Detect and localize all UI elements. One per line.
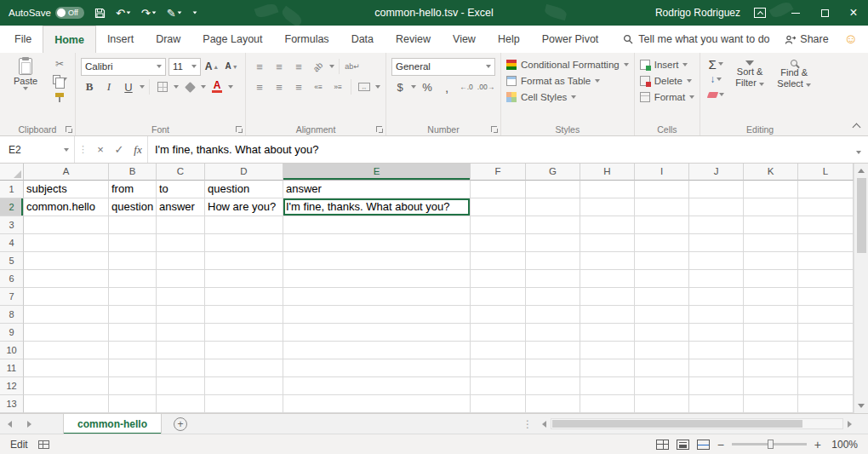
comma-style-button[interactable]: , xyxy=(438,78,455,95)
middle-align-button[interactable]: ≡ xyxy=(271,58,288,75)
font-name-combo[interactable]: Calibri xyxy=(81,58,166,76)
cell-F4[interactable] xyxy=(471,234,526,252)
cell-L3[interactable] xyxy=(798,216,854,234)
zoom-out-button[interactable]: − xyxy=(717,439,724,451)
top-align-button[interactable]: ≡ xyxy=(251,58,268,75)
cell-B9[interactable] xyxy=(109,324,157,342)
cell-L13[interactable] xyxy=(798,395,854,413)
cell-J2[interactable] xyxy=(689,198,744,216)
cell-C11[interactable] xyxy=(157,359,205,377)
ribbon-tab-draw[interactable]: Draw xyxy=(145,26,191,53)
cell-H10[interactable] xyxy=(580,342,635,359)
cell-I11[interactable] xyxy=(635,359,689,377)
copy-button[interactable] xyxy=(49,72,70,87)
cell-G8[interactable] xyxy=(526,306,580,324)
cell-F8[interactable] xyxy=(471,306,526,324)
cell-A10[interactable] xyxy=(24,342,109,359)
format-painter-button[interactable] xyxy=(49,87,70,102)
cell-I4[interactable] xyxy=(635,234,689,252)
cell-K1[interactable] xyxy=(744,181,798,198)
cell-G6[interactable] xyxy=(526,270,580,288)
ribbon-display-options-icon[interactable] xyxy=(754,8,766,18)
cell-E5[interactable] xyxy=(283,252,471,270)
cell-D6[interactable] xyxy=(205,270,283,288)
cell-K4[interactable] xyxy=(744,234,798,252)
bold-button[interactable]: B xyxy=(81,78,98,95)
cell-C7[interactable] xyxy=(157,288,205,306)
sheet-nav-right-button[interactable] xyxy=(20,421,39,428)
insert-function-button[interactable]: fx xyxy=(128,141,147,159)
hscroll-track[interactable] xyxy=(551,418,843,429)
cell-D4[interactable] xyxy=(205,234,283,252)
cell-E6[interactable] xyxy=(283,270,471,288)
row-header-10[interactable]: 10 xyxy=(0,342,24,359)
cell-K9[interactable] xyxy=(744,324,798,342)
row-header-6[interactable]: 6 xyxy=(0,270,24,288)
column-header-H[interactable]: H xyxy=(580,164,635,181)
increase-indent-button[interactable]: »≡ xyxy=(329,78,346,95)
cell-L10[interactable] xyxy=(798,342,854,359)
cell-A6[interactable] xyxy=(24,270,109,288)
row-header-1[interactable]: 1 xyxy=(0,181,24,198)
cell-C4[interactable] xyxy=(157,234,205,252)
bottom-align-button[interactable]: ≡ xyxy=(290,58,307,75)
cell-B10[interactable] xyxy=(109,342,157,359)
save-button[interactable] xyxy=(94,8,106,19)
scroll-up-icon[interactable] xyxy=(858,169,865,173)
format-as-table-button[interactable]: Format as Table xyxy=(506,72,629,89)
ribbon-tab-power-pivot[interactable]: Power Pivot xyxy=(531,26,610,53)
cell-G1[interactable] xyxy=(526,181,580,198)
cell-L7[interactable] xyxy=(798,288,854,306)
cell-K2[interactable] xyxy=(744,198,798,216)
cell-L12[interactable] xyxy=(798,377,854,395)
cell-H5[interactable] xyxy=(580,252,635,270)
cell-I9[interactable] xyxy=(635,324,689,342)
cell-L1[interactable] xyxy=(798,181,854,198)
cell-J11[interactable] xyxy=(689,359,744,377)
cell-F10[interactable] xyxy=(471,342,526,359)
cell-J3[interactable] xyxy=(689,216,744,234)
cell-K10[interactable] xyxy=(744,342,798,359)
cell-H12[interactable] xyxy=(580,377,635,395)
cell-F12[interactable] xyxy=(471,377,526,395)
cell-B7[interactable] xyxy=(109,288,157,306)
row-header-2[interactable]: 2 xyxy=(0,198,24,216)
cell-A11[interactable] xyxy=(24,359,109,377)
column-header-G[interactable]: G xyxy=(526,164,580,181)
cell-G10[interactable] xyxy=(526,342,580,359)
borders-button[interactable] xyxy=(154,78,171,95)
alignment-dialog-launcher[interactable] xyxy=(376,126,382,132)
cell-I5[interactable] xyxy=(635,252,689,270)
collapse-ribbon-button[interactable] xyxy=(853,124,861,132)
cell-A8[interactable] xyxy=(24,306,109,324)
cell-G9[interactable] xyxy=(526,324,580,342)
cell-I8[interactable] xyxy=(635,306,689,324)
ribbon-tab-formulas[interactable]: Formulas xyxy=(274,26,340,53)
cell-H7[interactable] xyxy=(580,288,635,306)
cell-B3[interactable] xyxy=(109,216,157,234)
ribbon-tab-page-layout[interactable]: Page Layout xyxy=(191,26,273,53)
cell-K7[interactable] xyxy=(744,288,798,306)
underline-button[interactable]: U xyxy=(120,78,137,95)
insert-cells-button[interactable]: Insert xyxy=(640,56,694,72)
cell-C9[interactable] xyxy=(157,324,205,342)
zoom-level[interactable]: 100% xyxy=(829,439,858,451)
cell-G3[interactable] xyxy=(526,216,580,234)
cell-C13[interactable] xyxy=(157,395,205,413)
cell-B12[interactable] xyxy=(109,377,157,395)
cell-K13[interactable] xyxy=(744,395,798,413)
zoom-slider[interactable] xyxy=(732,443,807,445)
row-header-4[interactable]: 4 xyxy=(0,234,24,252)
find-select-button[interactable]: Find & Select xyxy=(774,56,814,102)
cell-L4[interactable] xyxy=(798,234,854,252)
orientation-button[interactable]: ab xyxy=(310,58,327,75)
cell-L11[interactable] xyxy=(798,359,854,377)
ribbon-tab-insert[interactable]: Insert xyxy=(96,26,145,53)
cell-D2[interactable]: How are you? xyxy=(205,198,283,216)
enter-button[interactable]: ✓ xyxy=(110,141,128,159)
cell-E8[interactable] xyxy=(283,306,471,324)
normal-view-button[interactable] xyxy=(656,440,669,450)
column-header-F[interactable]: F xyxy=(471,164,526,181)
redo-button[interactable]: ↷ xyxy=(141,8,157,19)
cell-C10[interactable] xyxy=(157,342,205,359)
